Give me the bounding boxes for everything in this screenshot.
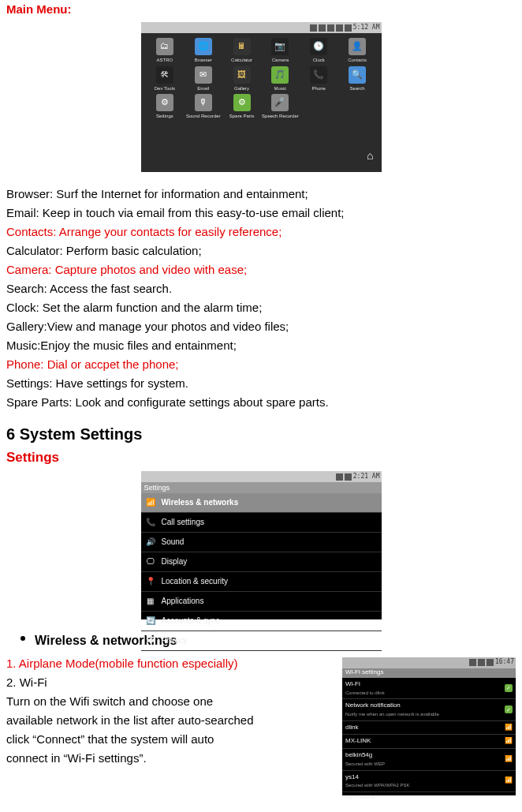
status-icon [345, 473, 352, 481]
app-clock[interactable]: 🕒Clock [300, 38, 338, 65]
app-label: Sound Recorder [186, 113, 221, 121]
settings-row-wireless-networks[interactable]: 📶Wireless & networks [141, 493, 382, 513]
app-gallery[interactable]: 🖼Gallery [222, 66, 261, 93]
screenshot-main-menu: 5:12 AM 🗂ASTRO🌐Browser🖩Calculator📷Camera… [141, 22, 382, 172]
checkmark-icon: ✓ [505, 684, 513, 692]
app-label: Search [350, 85, 365, 93]
app-browser[interactable]: 🌐Browser [184, 38, 222, 65]
description-line: Search: Access the fast search. [6, 279, 516, 298]
app-label: Spare Parts [229, 113, 255, 121]
app-label: Dev Tools [155, 85, 175, 93]
status-icon [327, 24, 334, 32]
app-contacts[interactable]: 👤Contacts [338, 38, 377, 65]
app-email[interactable]: ✉Email [184, 66, 222, 93]
wifi-signal-icon: 📶 [505, 736, 513, 747]
app-astro[interactable]: 🗂ASTRO [146, 38, 185, 65]
wifi-row-title: MX-LINK [345, 736, 505, 747]
settings-row-label: Location & security [162, 575, 229, 588]
settings-row-applications[interactable]: ▦Applications [141, 592, 382, 612]
astro-icon: 🗂 [156, 38, 173, 55]
contacts-icon: 👤 [349, 38, 366, 55]
wifi-row[interactable]: belkin54gSecured with WEP📶 [342, 749, 516, 770]
wifi-screen-title: Wi-Fi settings [342, 668, 516, 678]
wifi-row-title: Wi-Fi [345, 679, 505, 690]
browser-icon: 🌐 [195, 38, 212, 55]
clock-icon: 🕒 [310, 38, 327, 55]
app-settings[interactable]: ⚙Settings [146, 94, 185, 121]
bullet-dot-icon [21, 636, 25, 641]
system-settings-heading: 6 System Settings [6, 421, 516, 447]
wifi-row[interactable]: dlink📶 [342, 721, 516, 735]
app-label: Phone [312, 85, 326, 93]
app-label: Calculator [231, 57, 252, 65]
screenshot-wifi-settings: 16:47 Wi-Fi settings Wi-FiConnected to d… [342, 657, 516, 795]
status-icon [336, 473, 343, 481]
app-label: Contacts [348, 57, 367, 65]
app-label: Gallery [234, 85, 249, 93]
status-time: 16:47 [495, 657, 514, 668]
main-menu-heading: Main Menu: [6, 0, 516, 19]
wifi-signal-icon: 📶 [505, 754, 513, 765]
app-dev-tools[interactable]: 🛠Dev Tools [146, 66, 185, 93]
wifi-row[interactable]: Wi-FiConnected to dlink✓ [342, 678, 516, 699]
music-icon: 🎵 [271, 66, 289, 84]
description-line: Phone: Dial or accpet the phone; [6, 355, 516, 374]
wifi-row-title: ys14 [345, 773, 505, 783]
speech-icon: 🎤 [271, 94, 289, 111]
spareparts-icon: ⚙ [233, 94, 251, 111]
description-line: Settings: Have settings for system. [6, 374, 516, 393]
settings-row-location-security[interactable]: 📍Location & security [141, 572, 382, 592]
wifi-icon: 📶 [146, 496, 155, 509]
status-bar: 2:21 AM [141, 471, 382, 482]
status-icon [310, 24, 317, 32]
description-line: Contacts: Arrange your contacts for easi… [6, 223, 516, 241]
settings-row-call-settings[interactable]: 📞Call settings [141, 513, 382, 533]
settings-row-display[interactable]: 🖵Display [141, 552, 382, 572]
sync-icon: 🔄 [146, 615, 155, 627]
display-icon: 🖵 [146, 556, 155, 568]
app-phone[interactable]: 📞Phone [300, 66, 338, 93]
description-line: Clock: Set the alarm function and the al… [6, 298, 516, 317]
app-sound-recorder[interactable]: 🎙Sound Recorder [184, 94, 222, 121]
wifi-row-title: 1F_Queue [345, 794, 505, 799]
settings-row-sound[interactable]: 🔊Sound [141, 533, 382, 552]
app-spare-parts[interactable]: ⚙Spare Parts [222, 94, 261, 121]
wifi-row[interactable]: 1F_QueueSecured with WEP📶 [342, 792, 516, 799]
status-bar: 16:47 [342, 657, 516, 668]
settings-row-accounts-sync[interactable]: 🔄Accounts & sync [141, 612, 382, 631]
status-icon [319, 24, 326, 32]
settings-subheading: Settings [6, 447, 516, 468]
wifi-signal-icon: 📶 [505, 723, 513, 733]
wifi-row-title: dlink [345, 723, 505, 733]
app-label: Camera [272, 57, 289, 65]
wifi-row[interactable]: Network notificationNotify me when an op… [342, 699, 516, 720]
search-icon: 🔍 [349, 66, 366, 84]
location-icon: 📍 [146, 575, 155, 588]
app-label: Email [197, 85, 209, 93]
description-line: Spare Parts: Look and configurate settin… [6, 393, 516, 412]
home-icon[interactable]: ⌂ [367, 147, 373, 164]
wifi-signal-icon: 📶 [505, 798, 513, 799]
status-icon [469, 659, 476, 666]
app-music[interactable]: 🎵Music [261, 66, 300, 93]
app-calculator[interactable]: 🖩Calculator [222, 38, 261, 65]
gallery-icon: 🖼 [233, 66, 251, 84]
app-speech-recorder[interactable]: 🎤Speech Recorder [261, 94, 300, 121]
app-search[interactable]: 🔍Search [338, 66, 377, 93]
status-icon [345, 24, 352, 32]
status-icon [478, 659, 485, 666]
sound-icon: 🔊 [146, 536, 155, 548]
app-label: Browser [195, 57, 212, 65]
settings-row-label: Applications [162, 595, 204, 608]
settings-row-privacy[interactable]: 🕶Privacy [141, 631, 382, 651]
recorder-icon: 🎙 [195, 94, 212, 111]
settings-screen-title: Settings [141, 482, 382, 493]
app-camera[interactable]: 📷Camera [261, 38, 300, 65]
wifi-row-subtitle: Notify me when an open network is availa… [345, 711, 505, 719]
app-label: Speech Recorder [262, 113, 299, 121]
wifi-row[interactable]: MX-LINK📶 [342, 735, 516, 749]
email-icon: ✉ [195, 66, 212, 84]
wifi-row[interactable]: ys14Secured with WPA/WPA2 PSK📶 [342, 771, 516, 792]
status-icon [487, 659, 494, 666]
phone-icon: 📞 [310, 66, 327, 84]
